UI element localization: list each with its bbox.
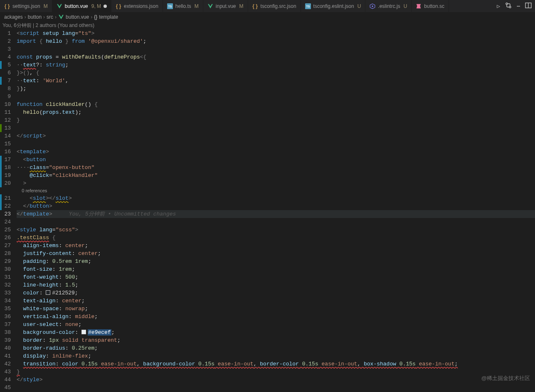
code-line[interactable]: }); [17, 85, 535, 93]
code-line[interactable]: hello(props.text); [17, 108, 535, 116]
code-line[interactable]: <script setup lang="ts"> [17, 29, 535, 37]
breadcrumb-file[interactable]: button.vue [66, 14, 89, 20]
line-number[interactable]: 20 [2, 179, 11, 187]
line-number[interactable]: 12 [2, 116, 11, 124]
code-line[interactable]: .testClass { [17, 234, 535, 242]
code-line[interactable]: white-space: nowrap; [17, 305, 535, 313]
code-line[interactable]: padding: 0.5rem 1rem; [17, 257, 535, 265]
code-line[interactable]: function clickHandler() { [17, 100, 535, 108]
line-number[interactable]: 30 [2, 265, 11, 273]
line-number[interactable]: 34 [2, 297, 11, 305]
code-line[interactable]: ····class="openx-button" [17, 164, 535, 172]
tab-input-vue[interactable]: input.vueM [203, 0, 248, 12]
code-line[interactable]: justify-content: center; [17, 250, 535, 257]
code-line[interactable]: </template>You, 5分钟前 • Uncommitted chang… [17, 210, 535, 218]
code-line[interactable]: </style> [17, 376, 535, 384]
more-icon[interactable]: ⋯ [517, 3, 520, 10]
line-number[interactable]: 7 [2, 77, 11, 85]
line-number[interactable]: 19 [2, 172, 11, 179]
line-number[interactable]: 31 [2, 273, 11, 281]
line-number[interactable]: 41 [2, 352, 11, 360]
code-line[interactable]: font-size: 1rem; [17, 265, 535, 273]
code-line[interactable] [17, 45, 535, 53]
line-number[interactable]: 36 [2, 313, 11, 321]
code-line[interactable]: user-select: none; [17, 321, 535, 328]
code-line[interactable] [17, 93, 535, 100]
compare-icon[interactable] [505, 2, 512, 10]
tab-tsconfig-src-json[interactable]: { }tsconfig.src.json [248, 0, 301, 12]
code-line[interactable]: <style lang="scss"> [17, 226, 535, 234]
line-number[interactable]: 28 [2, 250, 11, 257]
line-number[interactable]: 4 [2, 53, 11, 61]
code-line[interactable]: vertical-align: middle; [17, 313, 535, 321]
line-number[interactable]: 6 [2, 69, 11, 77]
line-number[interactable]: 33 [2, 289, 11, 297]
code-line[interactable]: ··text?: string; [17, 61, 535, 69]
line-number[interactable]: 38 [2, 328, 11, 336]
code-line[interactable]: text-align: center; [17, 297, 535, 305]
code-line[interactable]: transition: color 0.15s ease-in-out, bac… [17, 360, 535, 368]
code-line[interactable]: } [17, 116, 535, 124]
breadcrumb-symbol[interactable]: template [99, 14, 118, 20]
tab-settings-json[interactable]: { }settings.jsonM [0, 0, 52, 12]
code-area[interactable]: <script setup lang="ts">import { hello }… [13, 29, 535, 392]
code-line[interactable] [17, 384, 535, 392]
tab-tsconfig-eslint-json[interactable]: TStsconfig.eslint.jsonU [301, 0, 366, 12]
line-number[interactable]: 24 [2, 218, 11, 226]
breadcrumb[interactable]: ackages › button › src › button.vue › {}… [0, 12, 535, 22]
code-line[interactable]: font-weight: 500; [17, 273, 535, 281]
line-number[interactable]: 11 [2, 108, 11, 116]
line-number[interactable]: 42 [2, 360, 11, 368]
code-line[interactable] [17, 124, 535, 132]
line-number[interactable]: 35 [2, 305, 11, 313]
code-line[interactable]: }>(), { [17, 69, 535, 77]
line-number[interactable]: 32 [2, 281, 11, 289]
code-line[interactable]: border: 1px solid transparent; [17, 336, 535, 344]
code-line[interactable] [17, 140, 535, 148]
line-number[interactable]: 25 [2, 226, 11, 234]
breadcrumb-part[interactable]: src [47, 14, 53, 20]
line-number[interactable]: 2 [2, 37, 11, 45]
line-number[interactable]: 15 [2, 140, 11, 148]
code-line[interactable]: color: #212529; [17, 289, 535, 297]
line-number[interactable]: 8 [2, 85, 11, 93]
line-number[interactable]: 21 [2, 194, 11, 202]
line-number[interactable]: 26 [2, 234, 11, 242]
line-number[interactable]: 17 [2, 156, 11, 164]
code-line[interactable]: align-items: center; [17, 242, 535, 250]
line-number[interactable]: 23 [2, 210, 11, 218]
code-line[interactable]: display: inline-flex; [17, 352, 535, 360]
code-line[interactable]: </button> [17, 202, 535, 210]
line-number[interactable]: 40 [2, 344, 11, 352]
code-line[interactable]: import { hello } from '@openxui/shared'; [17, 37, 535, 45]
line-number[interactable]: 9 [2, 93, 11, 100]
code-line[interactable] [17, 218, 535, 226]
tab-hello-ts[interactable]: TShello.tsM [163, 0, 203, 12]
code-line[interactable]: line-height: 1.5; [17, 281, 535, 289]
split-icon[interactable] [525, 2, 532, 10]
tab-button-vue[interactable]: button.vue9, M [52, 0, 111, 12]
line-number[interactable]: 5 [2, 61, 11, 69]
code-line[interactable]: <template> [17, 148, 535, 156]
code-line[interactable]: > [17, 179, 535, 187]
code-editor[interactable]: 1234567891011121314151617181920212223242… [0, 29, 535, 392]
line-number[interactable]: 43 [2, 368, 11, 376]
code-line[interactable]: border-radius: 0.25rem; [17, 344, 535, 352]
code-line[interactable]: <button [17, 156, 535, 164]
line-number[interactable]: 10 [2, 100, 11, 108]
codelens[interactable]: 0 references [17, 187, 535, 194]
line-number[interactable]: 13 [2, 124, 11, 132]
line-number[interactable]: 44 [2, 376, 11, 384]
tab-button-sc[interactable]: button.sc [412, 0, 449, 12]
git-blame-header[interactable]: You, 6分钟前 | 2 authors (You and others) [0, 22, 535, 29]
line-number[interactable]: 37 [2, 321, 11, 328]
line-number[interactable]: 29 [2, 257, 11, 265]
code-line[interactable]: } [17, 368, 535, 376]
code-line[interactable]: @click="clickHandler" [17, 172, 535, 179]
code-line[interactable]: ··text: 'World', [17, 77, 535, 85]
tab--eslintrc-js[interactable]: .eslintrc.jsU [365, 0, 412, 12]
line-number[interactable]: 45 [2, 384, 11, 392]
run-icon[interactable]: ▷ [497, 3, 500, 10]
line-number[interactable]: 18 [2, 164, 11, 172]
tab-extensions-json[interactable]: { }extensions.json [111, 0, 163, 12]
